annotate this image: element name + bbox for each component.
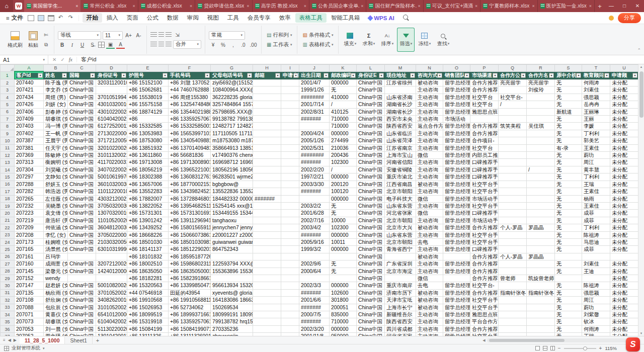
column-header-O[interactable]: O bbox=[443, 65, 470, 72]
column-header-D[interactable]: D bbox=[96, 65, 127, 72]
cell[interactable]: +86 15653997101 bbox=[169, 130, 211, 137]
undo-icon[interactable] bbox=[58, 15, 64, 21]
cell[interactable]: 湖南省长沙 bbox=[385, 108, 416, 115]
cell[interactable]: 21030320050916092 bbox=[96, 238, 127, 245]
cell[interactable] bbox=[68, 275, 96, 282]
cell[interactable] bbox=[253, 282, 281, 289]
worksheet-button[interactable]: ▦工作表▾ bbox=[265, 41, 293, 49]
cell[interactable] bbox=[499, 210, 527, 217]
cell[interactable]: +86 18056219 bbox=[127, 166, 169, 173]
cell[interactable]: 710000 bbox=[330, 123, 357, 130]
cell[interactable]: 留学总经理 bbox=[443, 166, 470, 173]
cell[interactable]: 山东省临沂 bbox=[385, 130, 416, 137]
filter-header-cell[interactable]: 现住地址▾ bbox=[385, 71, 416, 79]
cell[interactable] bbox=[527, 304, 555, 311]
cell[interactable]: 江西省南昌 bbox=[385, 181, 416, 188]
cell[interactable]: China中国 bbox=[357, 260, 385, 268]
row-number[interactable]: 12 bbox=[1, 152, 15, 159]
status-left-label[interactable]: 业财管理系统 bbox=[12, 345, 40, 351]
cell[interactable]: 留学总经理 bbox=[443, 246, 470, 253]
cell[interactable]: 41170220031227082 bbox=[96, 159, 127, 166]
cell[interactable] bbox=[253, 123, 281, 130]
scrollbar-thumb[interactable] bbox=[639, 71, 643, 118]
cell[interactable]: 358664913 13851932( bbox=[211, 144, 253, 151]
cell[interactable]: China中国 bbox=[357, 282, 385, 289]
cell[interactable]: +86 52734062 bbox=[169, 304, 211, 311]
cell[interactable]: 去电 bbox=[416, 282, 443, 289]
cell[interactable]: 个人-罗晶 bbox=[499, 224, 527, 231]
cell[interactable] bbox=[527, 210, 555, 217]
row-number[interactable]: 28 bbox=[1, 268, 15, 275]
cell[interactable]: 未分配 bbox=[610, 130, 638, 137]
cell[interactable] bbox=[281, 325, 299, 332]
column-header-F[interactable]: F bbox=[169, 65, 211, 72]
cell[interactable]: 指南针张冬 bbox=[527, 289, 555, 296]
cell[interactable]: 200436 bbox=[330, 152, 357, 159]
cell[interactable] bbox=[527, 268, 555, 275]
cell[interactable]: 蔚玏 bbox=[582, 152, 610, 159]
align-right-icon[interactable] bbox=[166, 42, 172, 47]
cell[interactable]: 钦冰 bbox=[582, 318, 610, 325]
cell[interactable]: China中国 bbox=[68, 101, 96, 108]
cell[interactable]: 36010320030330072 bbox=[96, 181, 127, 188]
cell[interactable]: 207145 bbox=[15, 268, 44, 275]
sheet-list-icon[interactable]: ≡ bbox=[3, 338, 6, 342]
tab-smart-toolbox[interactable]: 智能工具箱 bbox=[327, 13, 364, 23]
cell[interactable]: 王丽 bbox=[582, 116, 610, 123]
cell[interactable]: 周江 bbox=[582, 159, 610, 166]
cell[interactable]: 主动咨询 bbox=[416, 246, 443, 253]
cell[interactable]: 2002/2/20 bbox=[299, 166, 330, 173]
cell[interactable]: 36048120030402002 bbox=[96, 224, 127, 231]
tab-review[interactable]: 审阅 bbox=[183, 13, 203, 23]
cell[interactable]: 杨雨 bbox=[582, 195, 610, 202]
cell[interactable]: 2000/6/4 bbox=[299, 268, 330, 275]
file-tab[interactable]: 医护五险一金.xlsx× bbox=[538, 0, 595, 12]
cell[interactable]: 200120 bbox=[330, 181, 357, 188]
formula-input[interactable]: 客户id bbox=[77, 56, 97, 63]
filter-icon[interactable]: ▾ bbox=[549, 73, 554, 78]
cell[interactable]: 合作方推荐 bbox=[470, 275, 499, 282]
cell[interactable]: 雅思思点班 bbox=[470, 108, 499, 115]
cell[interactable] bbox=[555, 253, 582, 260]
cell[interactable]: 主动咨询 bbox=[416, 268, 443, 275]
font-name-select[interactable]: 等线▾ bbox=[58, 31, 101, 40]
cell[interactable]: 未分配 bbox=[610, 318, 638, 325]
filter-icon[interactable]: ▾ bbox=[437, 73, 442, 78]
cell[interactable]: 2002/8/31 bbox=[299, 108, 330, 115]
cell[interactable]: 000000 bbox=[330, 231, 357, 238]
cell[interactable]: 无 bbox=[555, 173, 582, 181]
cell[interactable]: 207208 bbox=[15, 231, 44, 238]
cell[interactable]: 无 bbox=[555, 202, 582, 209]
cell[interactable] bbox=[281, 238, 299, 245]
cell[interactable]: 207426 bbox=[15, 101, 44, 108]
cell[interactable]: 无 bbox=[555, 217, 582, 224]
cell[interactable] bbox=[527, 217, 555, 224]
row-number[interactable]: 35 bbox=[1, 318, 15, 325]
increase-decimal-icon[interactable]: .0 bbox=[239, 41, 248, 49]
cell[interactable] bbox=[253, 144, 281, 151]
sum-button[interactable]: Σ求和▾ bbox=[360, 28, 377, 52]
tab-tools[interactable]: 工具 bbox=[223, 13, 243, 23]
cell[interactable]: 无 bbox=[555, 86, 582, 94]
cell[interactable]: 市场活动 bbox=[443, 116, 470, 123]
filter-header-cell[interactable]: 合作方公▾ bbox=[499, 71, 527, 79]
cell[interactable] bbox=[527, 195, 555, 202]
cell[interactable]: / bbox=[330, 166, 357, 173]
cell[interactable]: +86 13701409481 bbox=[169, 144, 211, 151]
cell[interactable]: +86 18770002151 bbox=[169, 181, 211, 188]
filter-header-cell[interactable]: 市场渠道▾ bbox=[470, 71, 499, 79]
cell[interactable]: 2003/2/2 bbox=[299, 202, 330, 209]
cell[interactable]: 新航道 bbox=[555, 108, 582, 115]
cell[interactable] bbox=[499, 130, 527, 137]
cell[interactable]: 207223 bbox=[15, 210, 44, 217]
notification-icon[interactable] bbox=[609, 16, 614, 21]
cell[interactable]: 舒欣娴 (女 bbox=[44, 297, 68, 304]
cell[interactable] bbox=[281, 86, 299, 94]
cell[interactable] bbox=[527, 159, 555, 166]
cell[interactable] bbox=[281, 260, 299, 268]
cell[interactable]: 陈祖涛 bbox=[582, 282, 610, 289]
cell[interactable]: 合作方推荐 bbox=[470, 325, 499, 332]
cell[interactable]: 留学总经理 bbox=[443, 297, 470, 304]
cell[interactable]: China中国 bbox=[357, 253, 385, 260]
cell[interactable]: 王素佳 bbox=[582, 144, 610, 151]
